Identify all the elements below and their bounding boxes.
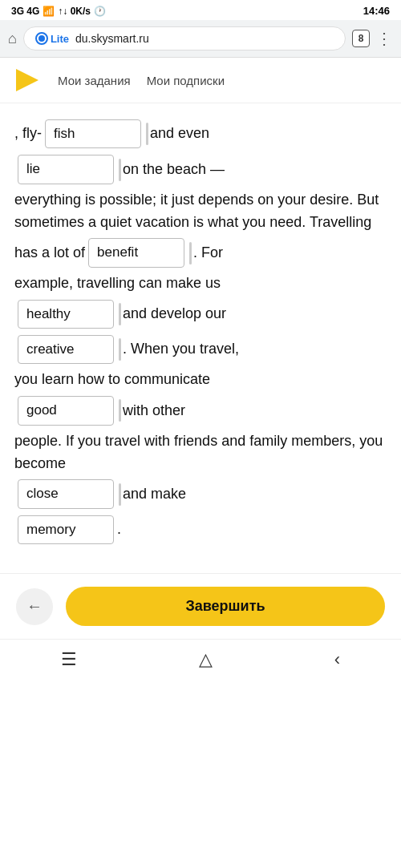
nav-my-tasks[interactable]: Мои задания xyxy=(58,74,131,87)
separator-6 xyxy=(119,399,121,422)
lite-label: Lite xyxy=(51,33,69,45)
text-for: . For xyxy=(193,242,223,264)
separator-4 xyxy=(119,303,121,325)
input-good[interactable]: good xyxy=(18,396,114,425)
separator-2 xyxy=(119,159,121,181)
wifi-icon: 📶 xyxy=(43,6,55,17)
paragraph-1: everything is possible; it just depends … xyxy=(14,189,387,234)
text-develop: and develop our xyxy=(123,303,226,325)
address-text: du.skysmart.ru xyxy=(75,32,149,45)
row-6: good with other xyxy=(14,394,387,426)
row-4: healthy and develop our xyxy=(14,298,387,330)
lite-badge: Lite xyxy=(35,32,69,45)
paragraph-4: people. If you travel with friends and f… xyxy=(14,430,387,475)
address-bar[interactable]: Lite du.skysmart.ru xyxy=(23,26,346,50)
signal-icon: 3G 4G xyxy=(11,6,39,17)
text-period: . xyxy=(117,519,121,541)
status-right: 14:46 xyxy=(363,5,390,17)
separator-1 xyxy=(146,123,148,145)
text-and-make: and make xyxy=(123,483,186,506)
separator-7 xyxy=(119,483,121,506)
status-left: 3G 4G 📶 ↑↓ 0K/s 🕐 xyxy=(11,6,106,17)
back-button[interactable]: ← xyxy=(16,588,53,625)
bottom-bar: ← Завершить xyxy=(0,573,401,639)
svg-marker-1 xyxy=(16,69,38,91)
complete-button[interactable]: Завершить xyxy=(66,587,385,626)
home-icon[interactable]: ⌂ xyxy=(8,30,17,47)
text-on-beach: on the beach — xyxy=(123,159,225,181)
text-and-even: and even xyxy=(150,123,209,145)
android-nav: ☰ △ ‹ xyxy=(0,639,401,681)
android-back-icon[interactable]: ‹ xyxy=(334,649,340,670)
separator-3 xyxy=(189,242,192,264)
menu-dots-icon[interactable]: ⋮ xyxy=(376,29,393,48)
row-7: close and make xyxy=(14,478,387,510)
app-logo xyxy=(13,66,42,95)
clock-time: 14:46 xyxy=(363,5,390,17)
nav-links: Мои задания Мои подписки xyxy=(58,74,225,87)
input-healthy[interactable]: healthy xyxy=(18,300,114,329)
input-fish[interactable]: fish xyxy=(45,119,141,148)
input-benefit[interactable]: benefit xyxy=(88,238,184,267)
text-has-lot: has a lot of xyxy=(14,242,85,264)
android-menu-icon[interactable]: ☰ xyxy=(61,649,77,670)
row-8: memory . xyxy=(14,514,387,546)
android-home-icon[interactable]: △ xyxy=(199,649,213,670)
paragraph-2: example, travelling can make us xyxy=(14,273,387,295)
speed-indicator: ↑↓ 0K/s xyxy=(58,6,91,17)
tab-count[interactable]: 8 xyxy=(352,30,370,47)
content-area: , fly- fish and even lie on the beach — … xyxy=(0,103,401,565)
input-creative[interactable]: creative xyxy=(18,335,114,364)
input-lie[interactable]: lie xyxy=(18,155,114,184)
text-when-travel: . When you travel, xyxy=(123,338,239,361)
row-2: lie on the beach — xyxy=(14,153,387,185)
row-5: creative . When you travel, xyxy=(14,333,387,365)
clock-icon: 🕐 xyxy=(94,6,106,17)
row-3: has a lot of benefit . For xyxy=(14,236,387,268)
browser-bar: ⌂ Lite du.skysmart.ru 8 ⋮ xyxy=(0,20,401,58)
input-memory[interactable]: memory xyxy=(18,515,114,544)
status-bar: 3G 4G 📶 ↑↓ 0K/s 🕐 14:46 xyxy=(0,0,401,20)
nav-bar: Мои задания Мои подписки xyxy=(0,58,401,103)
lite-circle-icon xyxy=(35,32,48,45)
input-close[interactable]: close xyxy=(18,479,114,508)
svg-point-0 xyxy=(38,35,45,42)
text-prefix: , fly- xyxy=(14,123,42,145)
separator-5 xyxy=(119,338,121,361)
paragraph-3: you learn how to communicate xyxy=(14,369,387,391)
row-1: , fly- fish and even xyxy=(14,118,387,150)
nav-my-subscriptions[interactable]: Мои подписки xyxy=(147,74,225,87)
text-with-other: with other xyxy=(123,400,185,422)
